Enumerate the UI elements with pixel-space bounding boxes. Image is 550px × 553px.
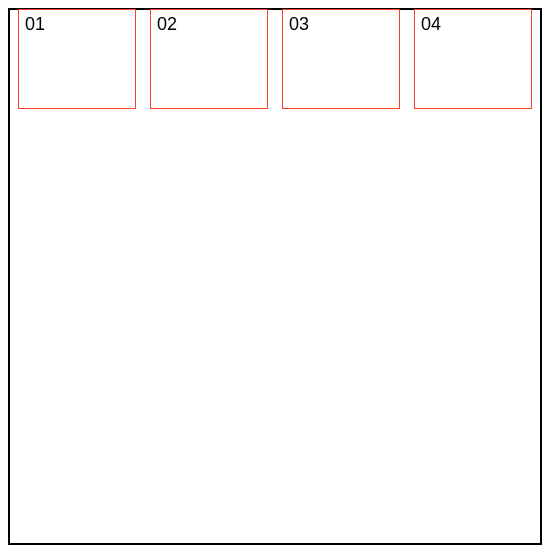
tile-04: 04 xyxy=(414,9,532,109)
tile-label: 01 xyxy=(25,14,45,34)
tile-label: 02 xyxy=(157,14,177,34)
tile-label: 03 xyxy=(289,14,309,34)
tile-03: 03 xyxy=(282,9,400,109)
tile-02: 02 xyxy=(150,9,268,109)
tile-label: 04 xyxy=(421,14,441,34)
tile-01: 01 xyxy=(18,9,136,109)
layout-container: 01 02 03 04 xyxy=(8,8,542,545)
